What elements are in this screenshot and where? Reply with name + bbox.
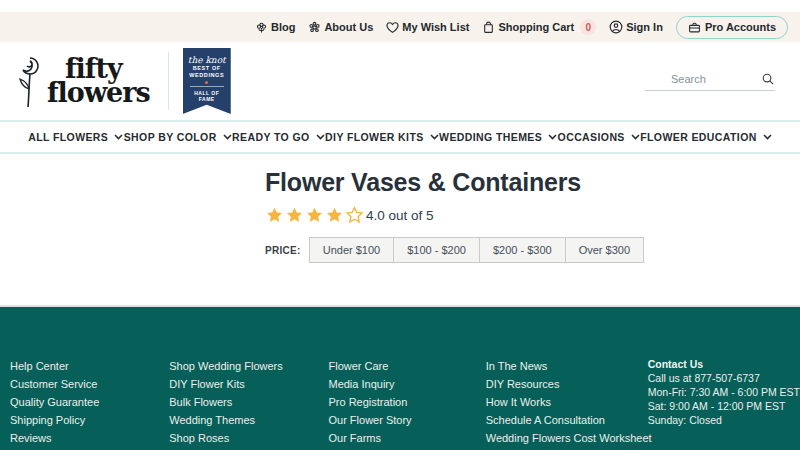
nav-item-diy-flower-kits[interactable]: DIY FLOWER KITS: [325, 131, 439, 143]
logo-line2: flowers: [47, 81, 150, 105]
search-input[interactable]: [645, 73, 753, 85]
knot-best-of-weddings-badge: the knot BEST OF WEDDINGS HALL OF FAME: [183, 48, 231, 114]
chevron-down-icon: [114, 134, 123, 140]
price-filter-row: PRICE: Under $100$100 - $200$200 - $300O…: [265, 237, 800, 263]
sign-in-link[interactable]: Sign In: [609, 20, 663, 34]
star-icon: [265, 206, 284, 224]
star-icon: [325, 206, 344, 224]
nav-item-ready-to-go[interactable]: READY TO GO: [232, 131, 325, 143]
footer-column-contact: Contact Us Call us at 877-507-6737Mon-Fr…: [648, 357, 800, 450]
contact-line-mon-fri-7-30-am-6-00-pm-est: Mon-Fri: 7:30 AM - 6:00 PM EST: [648, 385, 800, 399]
header-divider: [168, 52, 169, 110]
footer-link-help-center[interactable]: Help Center: [10, 357, 169, 375]
user-icon: [609, 20, 623, 34]
footer-link-wedding-flowers-cost-worksheet[interactable]: Wedding Flowers Cost Worksheet: [486, 429, 648, 447]
footer-link-customer-service[interactable]: Customer Service: [10, 375, 169, 393]
wishlist-link[interactable]: My Wish List: [386, 21, 469, 34]
footer-link-pro-registration[interactable]: Pro Registration: [328, 393, 485, 411]
flower-icon: [308, 21, 321, 34]
nav-item-flower-education[interactable]: FLOWER EDUCATION: [640, 131, 771, 143]
contact-line-sunday-closed: Sunday: Closed: [648, 413, 800, 427]
blog-label: Blog: [271, 21, 295, 33]
search-box[interactable]: [645, 72, 775, 91]
nav-item-wedding-themes[interactable]: WEDDING THEMES: [439, 131, 557, 143]
nav-item-shop-by-color[interactable]: SHOP BY COLOR: [124, 131, 232, 143]
footer-link-quality-guarantee[interactable]: Quality Guarantee: [10, 393, 169, 411]
price-filter-200-300[interactable]: $200 - $300: [479, 237, 566, 263]
price-filter-100-200[interactable]: $100 - $200: [393, 237, 480, 263]
footer-link-our-flower-story[interactable]: Our Flower Story: [328, 411, 485, 429]
footer-link-how-it-works[interactable]: How It Works: [486, 393, 648, 411]
footer-link-media-inquiry[interactable]: Media Inquiry: [328, 375, 485, 393]
wishlist-label: My Wish List: [402, 21, 469, 33]
footer-link-shipping-policy[interactable]: Shipping Policy: [10, 411, 169, 429]
pro-accounts-button[interactable]: Pro Accounts: [676, 16, 788, 39]
utility-bar: Blog About Us My Wish List Shopping Cart…: [0, 12, 800, 42]
footer-column-company: Flower CareMedia InquiryPro Registration…: [328, 357, 485, 450]
nav-item-all-flowers[interactable]: ALL FLOWERS: [28, 131, 123, 143]
about-us-label: About Us: [324, 21, 373, 33]
contact-us-title: Contact Us: [648, 357, 800, 371]
page-content: Flower Vases & Containers 4.0 out of 5 P…: [0, 154, 800, 305]
blog-link[interactable]: Blog: [255, 21, 295, 34]
footer-link-flower-care[interactable]: Flower Care: [328, 357, 485, 375]
rating-row: 4.0 out of 5: [265, 206, 800, 224]
nav-item-label: WEDDING THEMES: [439, 131, 542, 143]
main-nav: ALL FLOWERSSHOP BY COLORREADY TO GODIY F…: [0, 120, 800, 154]
pro-accounts-label: Pro Accounts: [705, 21, 776, 33]
footer-column-support: Help CenterCustomer ServiceQuality Guara…: [10, 357, 169, 450]
nav-item-label: SHOP BY COLOR: [124, 131, 217, 143]
badge-best-of: BEST OF: [186, 65, 228, 72]
site-header: fifty flowers the knot BEST OF WEDDINGS …: [0, 42, 800, 120]
badge-dot: [205, 81, 208, 84]
nav-item-label: OCCASIONS: [558, 131, 625, 143]
chevron-down-icon: [763, 134, 772, 140]
footer-link-reviews[interactable]: Reviews: [10, 429, 169, 447]
contact-line-sat-9-00-am-12-00-pm-est: Sat: 9:00 AM - 12:00 PM EST: [648, 399, 800, 413]
nav-item-label: FLOWER EDUCATION: [640, 131, 756, 143]
rose-sketch-icon: [15, 53, 45, 109]
contact-lines: Call us at 877-507-6737Mon-Fri: 7:30 AM …: [648, 371, 800, 427]
cart-count-badge: 0: [580, 19, 596, 35]
footer-column-resources: In The NewsDIY ResourcesHow It WorksSche…: [486, 357, 648, 450]
knot-script-text: the knot: [186, 55, 228, 65]
footer-link-wedding-themes[interactable]: Wedding Themes: [169, 411, 328, 429]
badge-weddings: WEDDINGS: [186, 72, 228, 79]
star-icon: [285, 206, 304, 224]
price-filter-under-100[interactable]: Under $100: [309, 237, 395, 263]
about-us-link[interactable]: About Us: [308, 21, 373, 34]
chevron-down-icon: [430, 134, 439, 140]
price-filter-label: PRICE:: [265, 245, 301, 256]
nav-item-label: READY TO GO: [232, 131, 310, 143]
nav-item-label: DIY FLOWER KITS: [325, 131, 424, 143]
search-icon[interactable]: [761, 72, 775, 86]
shopping-cart-link[interactable]: Shopping Cart 0: [482, 19, 596, 35]
page-title: Flower Vases & Containers: [265, 168, 800, 197]
footer-link-diy-resources[interactable]: DIY Resources: [486, 375, 648, 393]
footer-link-in-the-news[interactable]: In The News: [486, 357, 648, 375]
top-strip: [0, 0, 800, 12]
footer-link-diy-flower-kits[interactable]: DIY Flower Kits: [169, 375, 328, 393]
chevron-down-icon: [631, 134, 640, 140]
footer-column-shop: Shop Wedding FlowersDIY Flower KitsBulk …: [169, 357, 328, 450]
footer-link-shop-wedding-flowers[interactable]: Shop Wedding Flowers: [169, 357, 328, 375]
chevron-down-icon: [223, 134, 232, 140]
flower-icon: [255, 21, 268, 34]
footer-link-schedule-a-consultation[interactable]: Schedule A Consultation: [486, 411, 648, 429]
nav-item-occasions[interactable]: OCCASIONS: [558, 131, 640, 143]
shopping-bag-icon: [482, 21, 495, 34]
footer-link-shop-roses[interactable]: Shop Roses: [169, 429, 328, 447]
fiftyflowers-logo[interactable]: fifty flowers: [15, 53, 150, 109]
nav-item-label: ALL FLOWERS: [28, 131, 108, 143]
price-filter-over-300[interactable]: Over $300: [565, 237, 644, 263]
site-footer: Help CenterCustomer ServiceQuality Guara…: [0, 305, 800, 450]
star-rating[interactable]: [265, 206, 364, 224]
footer-link-our-farms[interactable]: Our Farms: [328, 429, 485, 447]
chevron-down-icon: [316, 134, 325, 140]
heart-icon: [386, 21, 399, 34]
badge-hall-of-fame: HALL OF FAME: [190, 86, 224, 102]
footer-link-bulk-flowers[interactable]: Bulk Flowers: [169, 393, 328, 411]
contact-line-call-us-at-877-507-6737: Call us at 877-507-6737: [648, 371, 800, 385]
star-icon: [345, 206, 364, 224]
price-filter-buttons: Under $100$100 - $200$200 - $300Over $30…: [309, 237, 644, 263]
